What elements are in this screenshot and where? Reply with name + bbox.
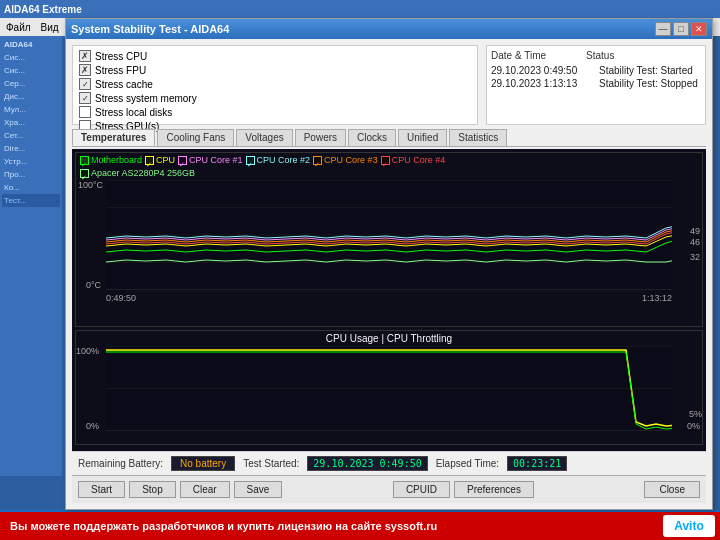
sidebar-item-6[interactable]: Хра... — [2, 116, 60, 129]
legend-core1: ✓ CPU Core #1 — [178, 155, 243, 165]
temp-r2: 46 — [690, 237, 700, 247]
menu-file[interactable]: Файл — [6, 22, 31, 33]
cpu-r1: 5% — [689, 409, 702, 419]
clear-button[interactable]: Clear — [180, 481, 230, 498]
sidebar-item-2[interactable]: Сис... — [2, 64, 60, 77]
tab-temperatures[interactable]: Temperatures — [72, 129, 155, 146]
legend-ssd-label: Apacer AS2280P4 256GB — [91, 168, 195, 178]
sidebar-item-aida[interactable]: AIDA64 — [2, 38, 60, 51]
checkbox-stress-cache[interactable]: Stress cache — [79, 78, 471, 90]
tab-clocks[interactable]: Clocks — [348, 129, 396, 146]
cpuid-button[interactable]: CPUID — [393, 481, 450, 498]
sidebar-item-8[interactable]: Dire... — [2, 142, 60, 155]
col-date-header: Date & Time — [491, 50, 546, 61]
tab-unified[interactable]: Unified — [398, 129, 447, 146]
temp-x-labels: 0:49:50 1:13:12 — [76, 293, 702, 303]
sidebar-item-10[interactable]: Про... — [2, 168, 60, 181]
cb-stress-cache-label: Stress cache — [95, 79, 153, 90]
temp-chart-svg-wrapper: 100°C 0°C — [106, 180, 672, 290]
legend-core3: ✓ CPU Core #3 — [313, 155, 378, 165]
sidebar: AIDA64 Сис... Сис... Сер... Дис... Мул..… — [0, 36, 62, 476]
start-button[interactable]: Start — [78, 481, 125, 498]
tab-statistics[interactable]: Statistics — [449, 129, 507, 146]
cpu-chart-svg — [106, 346, 672, 431]
tab-cooling-fans[interactable]: Cooling Fans — [157, 129, 234, 146]
battery-value: No battery — [171, 456, 235, 471]
checkbox-stress-fpu[interactable]: Stress FPU — [79, 64, 471, 76]
cb-stress-disks-icon[interactable] — [79, 106, 91, 118]
cpu-chart-container: CPU Usage | CPU Throttling 100% 0% — [75, 330, 703, 445]
cb-stress-cpu-label: Stress CPU — [95, 51, 147, 62]
checkbox-stress-cpu[interactable]: Stress CPU — [79, 50, 471, 62]
menu-view[interactable]: Вид — [41, 22, 59, 33]
legend-ssd: ✓ Apacer AS2280P4 256GB — [80, 168, 698, 178]
cb-stress-memory-icon[interactable] — [79, 92, 91, 104]
sidebar-item-9[interactable]: Устр... — [2, 155, 60, 168]
tab-voltages[interactable]: Voltages — [236, 129, 292, 146]
legend-cpu: ✓ CPU — [145, 155, 175, 165]
test-started-value: 29.10.2023 0:49:50 — [307, 456, 427, 471]
legend-core4-checkbox[interactable]: ✓ — [381, 156, 390, 165]
legend-core2-checkbox[interactable]: ✓ — [246, 156, 255, 165]
checkbox-stress-disks[interactable]: Stress local disks — [79, 106, 471, 118]
outer-menubar: AIDA64 Extreme — [0, 0, 720, 18]
app-title: AIDA64 Extreme — [4, 4, 82, 15]
info-status-2: Stability Test: Stopped — [599, 78, 698, 89]
stop-button[interactable]: Stop — [129, 481, 176, 498]
avito-logo-box: Avito — [663, 515, 715, 537]
legend-core4: ✓ CPU Core #4 — [381, 155, 446, 165]
info-panel: Date & Time Status 29.10.2023 0:49:50 St… — [486, 45, 706, 125]
info-row-1: 29.10.2023 0:49:50 Stability Test: Start… — [491, 65, 701, 76]
info-date-2: 29.10.2023 1:13:13 — [491, 78, 591, 89]
temp-x-end: 1:13:12 — [642, 293, 672, 303]
legend-ssd-checkbox[interactable]: ✓ — [80, 169, 89, 178]
temp-y-min: 0°C — [86, 280, 101, 290]
temp-chart-container: ✓ Motherboard ✓ CPU ✓ CPU C — [75, 152, 703, 327]
sidebar-item-11[interactable]: Ко... — [2, 181, 60, 194]
info-date-1: 29.10.2023 0:49:50 — [491, 65, 591, 76]
info-header: Date & Time Status — [491, 50, 701, 61]
legend-core3-checkbox[interactable]: ✓ — [313, 156, 322, 165]
stress-dialog: System Stability Test - AIDA64 — □ ✕ Str… — [65, 18, 713, 510]
sidebar-item-test[interactable]: Тест... — [2, 194, 60, 207]
legend-core3-label: CPU Core #3 — [324, 155, 378, 165]
sidebar-item-3[interactable]: Сер... — [2, 77, 60, 90]
checkbox-stress-memory[interactable]: Stress system memory — [79, 92, 471, 104]
dialog-titlebar: System Stability Test - AIDA64 — □ ✕ — [66, 19, 712, 39]
preferences-button[interactable]: Preferences — [454, 481, 534, 498]
minimize-button[interactable]: — — [655, 22, 671, 36]
close-button[interactable]: ✕ — [691, 22, 707, 36]
legend-core2: ✓ CPU Core #2 — [246, 155, 311, 165]
info-status-1: Stability Test: Started — [599, 65, 693, 76]
elapsed-value: 00:23:21 — [507, 456, 567, 471]
legend-core1-checkbox[interactable]: ✓ — [178, 156, 187, 165]
legend-motherboard: ✓ Motherboard — [80, 155, 142, 165]
checkboxes-panel: Stress CPU Stress FPU Stress cache Stres… — [72, 45, 478, 125]
save-button[interactable]: Save — [234, 481, 283, 498]
test-started-label: Test Started: — [243, 458, 299, 469]
legend-mb-checkbox[interactable]: ✓ — [80, 156, 89, 165]
temp-x-start: 0:49:50 — [106, 293, 136, 303]
tab-powers[interactable]: Powers — [295, 129, 346, 146]
legend-core2-label: CPU Core #2 — [257, 155, 311, 165]
legend-core4-label: CPU Core #4 — [392, 155, 446, 165]
close-dialog-button[interactable]: Close — [644, 481, 700, 498]
cpu-chart-title: CPU Usage | CPU Throttling — [76, 331, 702, 346]
col-status-header: Status — [586, 50, 614, 61]
cb-stress-cache-icon[interactable] — [79, 78, 91, 90]
cb-stress-disks-label: Stress local disks — [95, 107, 172, 118]
legend-cpu-checkbox[interactable]: ✓ — [145, 156, 154, 165]
sidebar-item-5[interactable]: Мул... — [2, 103, 60, 116]
legend-cpu-label: CPU — [156, 155, 175, 165]
top-section: Stress CPU Stress FPU Stress cache Stres… — [72, 45, 706, 125]
tabs-row: Temperatures Cooling Fans Voltages Power… — [72, 129, 706, 147]
sidebar-item-4[interactable]: Дис... — [2, 90, 60, 103]
cb-stress-fpu-icon[interactable] — [79, 64, 91, 76]
cb-stress-fpu-label: Stress FPU — [95, 65, 146, 76]
maximize-button[interactable]: □ — [673, 22, 689, 36]
cb-stress-cpu-icon[interactable] — [79, 50, 91, 62]
sidebar-item-1[interactable]: Сис... — [2, 51, 60, 64]
cpu-chart-svg-wrapper: 100% 0% 5% 0% — [106, 346, 672, 431]
sidebar-item-7[interactable]: Сет... — [2, 129, 60, 142]
temp-r1: 49 — [690, 226, 700, 236]
